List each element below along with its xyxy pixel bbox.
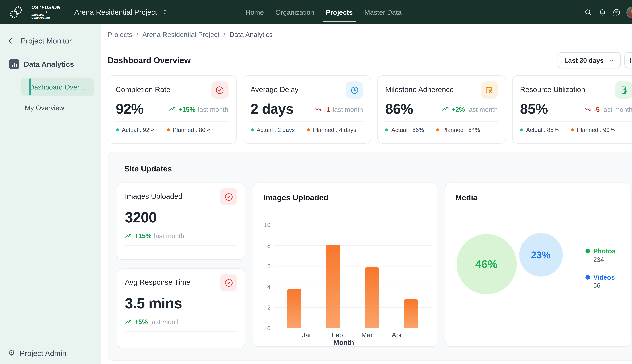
- bar-Feb[interactable]: [326, 244, 340, 328]
- page-controls: Last 30 days: [558, 52, 632, 68]
- svg-text:6: 6: [267, 263, 270, 270]
- bar-chart: 0246810JanFebMarAprMonth: [264, 202, 435, 345]
- sidebar-section-label: Data Analytics: [24, 60, 74, 68]
- kpi-title: Completion Rate: [116, 86, 170, 94]
- trend-value: -1: [324, 106, 330, 113]
- search-icon[interactable]: [584, 8, 592, 16]
- planned-dot: [571, 128, 574, 132]
- breadcrumb-project-name[interactable]: Arena Residential Project: [142, 31, 219, 38]
- project-selector[interactable]: Arena Residential Project: [74, 8, 168, 16]
- kpi-planned: Planned : 90%: [577, 127, 615, 133]
- collapse-panel-button[interactable]: [624, 52, 632, 68]
- breadcrumb-separator: /: [136, 31, 138, 38]
- stat-value: 3200: [125, 209, 237, 226]
- kpi-value: 2 days: [250, 101, 293, 117]
- sidebar-item-my-overview[interactable]: My Overview: [25, 103, 94, 113]
- trend-suffix: last month: [154, 232, 184, 240]
- chart-title: Images Uploaded: [264, 193, 436, 202]
- divider: [385, 121, 498, 122]
- company-logo-icon: [10, 6, 23, 18]
- trend-suffix: last month: [198, 106, 228, 113]
- bar-Mar[interactable]: [365, 267, 379, 328]
- sidebar-footer-label: Project Admin: [20, 349, 66, 358]
- photos-bubble[interactable]: 46%: [456, 234, 516, 294]
- kpi-card-milestone-adherence: Milestone Adherence 86% +2% last mont: [377, 75, 506, 144]
- legend-item-photos[interactable]: Photos: [585, 247, 616, 255]
- divider: [125, 245, 237, 246]
- sidebar-back[interactable]: Project Monitor: [8, 36, 100, 45]
- sidebar-item-label: Dashboard Over...: [29, 83, 85, 91]
- kpi-planned: Planned : 4 days: [313, 127, 356, 133]
- calendar-check-icon: [480, 82, 498, 98]
- gear-icon: ⚙: [8, 349, 15, 357]
- trend-up-icon: [125, 232, 132, 240]
- kpi-row: Completion Rate 92% +15% last month: [108, 75, 632, 144]
- trend-suffix: last month: [602, 106, 632, 113]
- nav-item-home[interactable]: Home: [246, 0, 264, 24]
- arrow-left-icon[interactable]: [8, 37, 16, 45]
- trend-suffix: last month: [333, 106, 363, 113]
- divider: [520, 121, 632, 122]
- trend-up-icon: [442, 106, 449, 113]
- videos-dot: [585, 275, 590, 280]
- bar-Apr[interactable]: [404, 299, 418, 328]
- actual-dot: [116, 128, 119, 132]
- brand: US✦FUSION & Specialty Construction: [10, 5, 62, 20]
- planned-dot: [166, 128, 170, 132]
- kpi-actual: Actual : 2 days: [256, 127, 295, 133]
- brand-divider: [27, 6, 27, 18]
- kpi-card-completion-rate: Completion Rate 92% +15% last month: [108, 75, 236, 144]
- sidebar-back-label: Project Monitor: [21, 36, 72, 45]
- legend-item-videos[interactable]: Videos: [585, 274, 615, 281]
- svg-text:4: 4: [267, 284, 270, 290]
- nav-item-master-data[interactable]: Master Data: [364, 0, 402, 24]
- kpi-card-resource-utilization: Resource Utilization 85% -5 last mont: [512, 75, 632, 144]
- kpi-planned: Planned : 84%: [442, 127, 480, 133]
- nav-actions: [584, 6, 632, 18]
- chat-support-icon[interactable]: [612, 8, 621, 16]
- user-avatar[interactable]: [626, 6, 632, 18]
- divider: [116, 121, 228, 122]
- kpi-actual: Actual : 85%: [526, 127, 559, 133]
- videos-count: 56: [593, 282, 600, 289]
- kpi-planned: Planned : 80%: [173, 127, 210, 133]
- media-card: Media 46% 23% Photos 234: [445, 182, 632, 347]
- brand-word1: US: [31, 5, 38, 10]
- actual-dot: [250, 128, 254, 132]
- sidebar-section-data-analytics[interactable]: Data Analytics: [9, 59, 100, 69]
- svg-text:Month: Month: [334, 338, 354, 345]
- sidebar: Project Monitor Data Analytics Dashboard…: [0, 24, 101, 364]
- svg-text:Apr: Apr: [392, 331, 402, 338]
- notifications-bell-icon[interactable]: [598, 8, 607, 16]
- bar-chart-icon: [9, 59, 19, 69]
- bar-Jan[interactable]: [287, 289, 301, 328]
- main-content: Projects / Arena Residential Project / D…: [101, 24, 632, 364]
- sidebar-item-dashboard-overview[interactable]: Dashboard Over...: [21, 78, 94, 96]
- videos-bubble[interactable]: 23%: [519, 233, 562, 276]
- primary-nav: Home Organization Projects Master Data: [246, 0, 402, 24]
- photos-dot: [585, 249, 590, 253]
- kpi-actual: Actual : 86%: [391, 127, 424, 133]
- sidebar-item-project-admin[interactable]: ⚙ Project Admin: [8, 349, 100, 358]
- nav-item-projects[interactable]: Projects: [326, 0, 353, 24]
- kpi-title: Resource Utilization: [520, 86, 585, 94]
- videos-percent: 23%: [531, 249, 550, 260]
- photos-percent: 46%: [475, 258, 498, 271]
- legend-label: Photos: [593, 247, 616, 255]
- stat-card-images-uploaded: Images Uploaded 3200 +15%: [117, 182, 245, 260]
- kpi-value: 86%: [385, 101, 413, 117]
- badge-check-icon: [220, 188, 237, 205]
- breadcrumb-projects[interactable]: Projects: [108, 31, 132, 38]
- divider: [250, 121, 363, 122]
- planned-dot: [436, 128, 439, 132]
- svg-text:8: 8: [267, 242, 270, 249]
- page-title: Dashboard Overview: [108, 55, 191, 65]
- brand-word2: FUSION: [42, 5, 60, 10]
- active-indicator-bar: [29, 78, 31, 96]
- legend-label: Videos: [593, 274, 615, 281]
- clock-icon: [346, 82, 363, 98]
- nav-item-organization[interactable]: Organization: [276, 0, 314, 24]
- date-range-dropdown[interactable]: Last 30 days: [558, 52, 621, 68]
- bar-arrow-right-icon: [629, 56, 632, 64]
- chevron-down-icon: [609, 58, 614, 63]
